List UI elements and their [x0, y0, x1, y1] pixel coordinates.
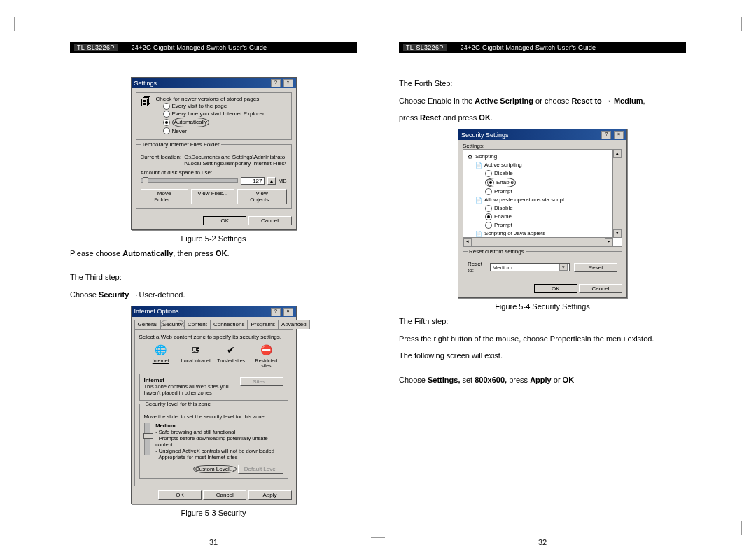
group-label: Temporary Internet Files Folder — [141, 141, 221, 148]
apply-button[interactable]: Apply — [248, 490, 292, 500]
tab-content[interactable]: Content — [184, 320, 211, 329]
radio-disable[interactable]: Disable — [466, 204, 619, 213]
page-number: 32 — [399, 538, 686, 546]
sites-button: Sites... — [240, 377, 284, 386]
radio-enable[interactable]: Enable — [466, 213, 619, 221]
internet-options-dialog-figure: Internet Options ? × General Security Co… — [131, 306, 297, 504]
radio-prompt[interactable]: Prompt — [466, 187, 619, 196]
help-icon[interactable]: ? — [271, 79, 281, 87]
crop-mark — [741, 17, 756, 31]
figure-caption: Figure 5-2 Settings — [70, 234, 357, 243]
security-level-group: Security level for this zone Move the sl… — [139, 404, 288, 479]
tab-advanced[interactable]: Advanced — [278, 320, 310, 329]
instruction-text: Choose Enable in the Active Scripting or… — [399, 94, 686, 108]
cancel-button[interactable]: Cancel — [248, 216, 292, 225]
ok-button[interactable]: OK — [534, 284, 578, 293]
security-slider[interactable] — [144, 423, 150, 455]
script-icon: 📄 — [475, 162, 482, 169]
zone-label: Select a Web content zone to specify its… — [139, 334, 288, 340]
help-icon[interactable]: ? — [271, 308, 281, 316]
tab-connections[interactable]: Connections — [210, 320, 248, 329]
spinner-icon[interactable]: ▴ — [267, 177, 276, 185]
radio-every-visit[interactable]: Every visit to the page — [163, 102, 287, 110]
page-header: TL-SL3226P 24+2G Gigabit Managed Switch … — [399, 42, 686, 53]
dialog-title: Settings — [134, 80, 158, 87]
page-number: 31 — [70, 538, 357, 546]
header-model: TL-SL3226P — [74, 44, 118, 51]
bullet: - Unsigned ActiveX controls will not be … — [155, 448, 283, 454]
crop-mark — [371, 537, 385, 552]
tab-panel: Select a Web content zone to specify its… — [134, 329, 293, 486]
radio-prompt[interactable]: Prompt — [466, 221, 619, 229]
header-title: 24+2G Gigabit Managed Switch User's Guid… — [132, 44, 267, 51]
page-left: TL-SL3226P 24+2G Gigabit Managed Switch … — [70, 42, 357, 538]
page-icon: 🗐 — [141, 96, 152, 135]
scrollbar-vertical[interactable]: ▴ ▾ — [612, 150, 622, 238]
radio-disable[interactable]: Disable — [466, 169, 619, 178]
radio-enable[interactable]: Enable — [466, 246, 619, 247]
zone-trusted[interactable]: ✔Trusted sites — [216, 343, 246, 368]
reset-to-dropdown[interactable]: Medium ▾ — [490, 263, 570, 271]
tab-bar: General Security Content Connections Pro… — [134, 320, 293, 329]
close-icon[interactable]: × — [284, 79, 293, 87]
zone-local-intranet[interactable]: 🖳Local intranet — [181, 343, 211, 368]
close-icon[interactable]: × — [614, 131, 624, 139]
settings-dialog-figure: Settings ? × 🗐 Check for newer versions … — [131, 77, 297, 230]
cancel-button[interactable]: Cancel — [579, 284, 622, 293]
temp-files-group: Temporary Internet Files Folder Current … — [136, 144, 292, 209]
move-folder-button[interactable]: Move Folder... — [141, 189, 188, 204]
group-label: Check for newer versions of stored pages… — [156, 96, 287, 102]
instruction-text: Choose Settings, set 800x600, press Appl… — [399, 374, 686, 387]
crop-mark — [371, 17, 385, 31]
scrollbar-horizontal[interactable]: ◂ ▸ — [463, 237, 613, 246]
cancel-button[interactable]: Cancel — [203, 490, 246, 500]
internet-zone-box: Internet This zone contains all Web site… — [139, 374, 288, 401]
help-icon[interactable]: ? — [601, 131, 611, 139]
step-heading: The Forth Step: — [399, 77, 686, 90]
page-spread: TL-SL3226P 24+2G Gigabit Managed Switch … — [0, 0, 756, 552]
step-heading: The Fifth step: — [399, 315, 686, 328]
group-label: Security level for this zone — [144, 401, 212, 407]
page-right: TL-SL3226P 24+2G Gigabit Managed Switch … — [399, 42, 686, 538]
close-icon[interactable]: × — [284, 308, 293, 316]
tab-programs[interactable]: Programs — [247, 320, 279, 329]
figure-caption: Figure 5-3 Security — [70, 509, 357, 517]
dialog-titlebar: Settings ? × — [132, 78, 296, 88]
radio-every-start[interactable]: Every time you start Internet Explorer — [163, 110, 287, 118]
disk-space-input[interactable]: 127 — [241, 177, 265, 185]
radio-automatically[interactable]: Automatically — [163, 118, 287, 127]
reset-button[interactable]: Reset — [574, 263, 617, 272]
dialog-titlebar: Security Settings ? × — [458, 129, 626, 140]
tab-general[interactable]: General — [134, 320, 161, 329]
zone-name: Internet — [144, 377, 240, 383]
location-label: Current location: — [141, 154, 182, 167]
settings-tree[interactable]: ⚙Scripting 📄Active scripting Disable Ena… — [463, 149, 622, 247]
instruction-text: Press the right button of the mouse, cho… — [399, 332, 686, 346]
settings-label: Settings: — [458, 140, 626, 149]
instruction-text: Choose Security →User-defined. — [70, 288, 357, 302]
disk-space-unit: MB — [279, 178, 287, 184]
bullet: - Prompts before downloading potentially… — [155, 435, 283, 448]
page-header: TL-SL3226P 24+2G Gigabit Managed Switch … — [70, 42, 357, 53]
ok-button[interactable]: OK — [203, 216, 246, 225]
view-objects-button[interactable]: View Objects... — [237, 189, 287, 204]
slider-instruction: Move the slider to set the security leve… — [144, 413, 284, 420]
bullet: - Appropriate for most Internet sites — [155, 454, 283, 460]
zone-desc: This zone contains all Web sites you hav… — [144, 383, 240, 396]
script-icon: 📄 — [475, 197, 482, 204]
ok-button[interactable]: OK — [158, 490, 202, 500]
radio-never[interactable]: Never — [163, 127, 287, 135]
step-heading: The Third step: — [70, 271, 357, 284]
zone-internet[interactable]: 🌐Internet — [146, 343, 176, 368]
view-files-button[interactable]: View Files... — [191, 189, 234, 204]
custom-level-button[interactable]: Custom Level... — [193, 465, 237, 473]
header-title: 24+2G Gigabit Managed Switch User's Guid… — [461, 44, 596, 51]
zone-restricted[interactable]: ⛔Restricted sites — [251, 343, 281, 368]
default-level-button: Default Level — [238, 465, 284, 474]
tab-security[interactable]: Security — [160, 320, 185, 329]
location-value: C:\Documents and Settings\Administrator\… — [184, 154, 286, 167]
radio-enable[interactable]: Enable — [466, 178, 619, 187]
reset-group: Reset custom settings Reset to: Medium ▾… — [463, 251, 622, 278]
instruction-text: Please choose Automatically, then press … — [70, 247, 357, 260]
disk-space-label: Amount of disk space to use: — [141, 169, 287, 176]
